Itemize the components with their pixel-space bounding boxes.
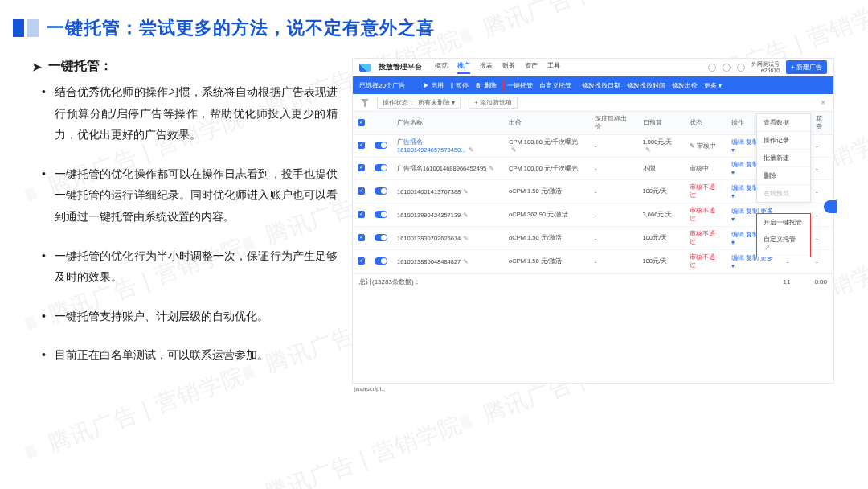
row-edit-link[interactable]: 编辑 复制 [731, 208, 759, 215]
row-checkbox[interactable] [358, 142, 365, 149]
modify-date-button[interactable]: 修改投放日期 [582, 81, 620, 90]
edit-icon[interactable]: ✎ [489, 165, 494, 172]
cell-cost: - [811, 227, 833, 250]
close-filter-icon[interactable]: × [821, 98, 825, 107]
cell-status: 审核不通过 [685, 227, 727, 250]
help-icon[interactable] [708, 64, 716, 72]
onekey-trust-button[interactable]: 一键托管 [507, 81, 533, 90]
screenshot-panel: 投放管理平台 概览 推广 报表 财务 资产 工具 外网测试号 e25610 [352, 58, 834, 384]
nav-report[interactable]: 报表 [480, 61, 493, 74]
row-checkbox[interactable] [358, 257, 365, 265]
dropdown-item-op-log[interactable]: 操作记录 [757, 132, 810, 150]
table-footer: 总计(13283条数据)： 11 0.00 [353, 273, 833, 290]
cell-budget: 不限 [638, 158, 686, 180]
enable-button[interactable]: ▶ 启用 [423, 81, 444, 90]
cell-budget: 100元/天 [638, 180, 686, 203]
nav-overview[interactable]: 概览 [435, 61, 448, 74]
row-toggle[interactable] [375, 164, 387, 171]
cell-deepbid: - [590, 180, 637, 203]
more-button[interactable]: 更多 ▾ [704, 81, 722, 90]
cell-adname: 1610013885048484827✎ [392, 250, 504, 273]
trust-buttons-highlight: 一键托管 自定义托管 [503, 80, 575, 92]
nav-assets[interactable]: 资产 [525, 61, 538, 74]
edit-icon[interactable]: ✎ [463, 235, 469, 242]
dropdown-item-view-data[interactable]: 查看数据 [757, 114, 810, 132]
floating-help-icon[interactable] [824, 200, 837, 213]
row-edit-link[interactable]: 编辑 复制 [731, 161, 759, 168]
edit-icon[interactable]: ✎ [645, 146, 651, 154]
chevron-right-icon: ➤ [32, 60, 42, 73]
cell-bid: oCPM 1.50 元/激活 [504, 227, 590, 250]
cell-deepbid: - [590, 135, 637, 158]
trust-dropdown-highlight: 开启一键托管 自定义托管 ↗ [756, 213, 811, 257]
edit-icon[interactable]: ✎ [463, 212, 469, 219]
cell-status: 审核不通过 [685, 250, 727, 273]
row-checkbox[interactable] [358, 164, 365, 171]
new-ad-button[interactable]: + 新建广告 [786, 60, 827, 74]
pause-button[interactable]: ‖ 暂停 [450, 81, 469, 90]
selected-count: 已选择20个广告 [359, 81, 405, 90]
cell-deepbid: - [590, 250, 637, 273]
row-toggle[interactable] [375, 211, 387, 218]
cell-adname: 广告擂名1610014688966452495✎ [392, 158, 504, 180]
bullet-list: 结合优秀优化师的操作习惯，系统将自动根据广告表现进行预算分配/启停广告等操作，帮… [32, 81, 338, 366]
row-checkbox[interactable] [358, 211, 365, 218]
section-heading-text: 一键托管： [48, 58, 113, 75]
cell-bid: oCPM 1.50 元/激活 [504, 180, 590, 203]
bullet-item: 一键托管的优化操作都可以在操作日志看到，投手也提供一键托管的运行详细纪录。同时优… [55, 163, 338, 228]
row-edit-link[interactable]: 编辑 复制 [731, 138, 759, 146]
nav-promote[interactable]: 推广 [457, 61, 470, 74]
cell-budget: 100元/天 [638, 250, 686, 273]
cell-budget: 3,666元/天 [638, 203, 686, 227]
cell-cost: - [811, 158, 833, 180]
dropdown-item-enable-onekey[interactable]: 开启一键托管 [757, 214, 810, 231]
cell-adname: 1610013990424357139✎ [392, 203, 504, 227]
delete-button[interactable]: 🗑 删除 [475, 81, 496, 90]
filter-chip[interactable]: 操作状态： 所有未删除 ▾ [377, 97, 461, 109]
notification-icon[interactable] [723, 64, 731, 72]
row-checkbox[interactable] [358, 234, 365, 241]
select-all-checkbox[interactable] [358, 119, 365, 126]
account-label[interactable]: 外网测试号 e25610 [751, 61, 780, 73]
app-topbar: 投放管理平台 概览 推广 报表 财务 资产 工具 外网测试号 e25610 [353, 59, 833, 76]
top-nav: 概览 推广 报表 财务 资产 工具 [435, 61, 560, 74]
app-logo-icon [359, 64, 371, 72]
edit-icon[interactable]: ✎ [469, 146, 474, 154]
cell-status: 审核不通过 [685, 180, 727, 203]
row-toggle[interactable] [375, 257, 387, 265]
cell-cost: - [811, 135, 833, 158]
row-checkbox[interactable] [358, 187, 365, 195]
edit-icon[interactable]: ✎ [463, 258, 469, 265]
bullet-item: 目前正在白名单测试，可以联系运营参加。 [55, 344, 338, 366]
modify-bid-button[interactable]: 修改出价 [672, 81, 698, 90]
row-edit-link[interactable]: 编辑 复制 [731, 254, 759, 261]
cell-adname[interactable]: 广告擂名1610014924657573450...✎ [392, 135, 504, 158]
row-toggle[interactable] [375, 234, 387, 241]
modify-time-button[interactable]: 修改投放时间 [627, 81, 665, 90]
col-cost: 花费 [811, 112, 833, 135]
dropdown-item-batch-new[interactable]: 批量新建 [757, 150, 810, 167]
row-toggle[interactable] [375, 187, 387, 195]
custom-trust-button[interactable]: 自定义托管 [539, 81, 571, 90]
cell-cost: - [811, 250, 833, 273]
dropdown-item-custom-trust[interactable]: 自定义托管 ↗ [757, 231, 810, 257]
cell-bid: CPM 100.00 元/千次曝光 [504, 158, 590, 180]
dropdown-item-delete[interactable]: 删除 [757, 167, 810, 185]
funnel-icon[interactable] [361, 99, 369, 107]
edit-icon[interactable]: ✎ [463, 188, 469, 195]
footer-total-label: 总计(13283条数据)： [359, 277, 420, 286]
nav-tools[interactable]: 工具 [547, 61, 560, 74]
row-toggle[interactable] [375, 142, 387, 149]
title-decoration [13, 19, 39, 37]
edit-icon[interactable]: ✎ [511, 146, 517, 154]
col-status: 状态 [685, 112, 727, 135]
add-filter-button[interactable]: + 添加筛选项 [469, 97, 518, 109]
message-icon[interactable] [737, 64, 745, 72]
nav-finance[interactable]: 财务 [502, 61, 515, 74]
footer-exposure: 11 [784, 278, 791, 286]
row-edit-link[interactable]: 编辑 复制 [731, 231, 759, 238]
slide-title: 一键托管：尝试更多的方法，说不定有意外之喜 [47, 16, 435, 40]
bulk-action-bar: 已选择20个广告 ▶ 启用 ‖ 暂停 🗑 删除 一键托管 自定义托管 修改投放日… [353, 76, 833, 94]
cell-adname: 1610013930702625614✎ [392, 227, 504, 250]
row-edit-link[interactable]: 编辑 复制 [731, 184, 759, 191]
